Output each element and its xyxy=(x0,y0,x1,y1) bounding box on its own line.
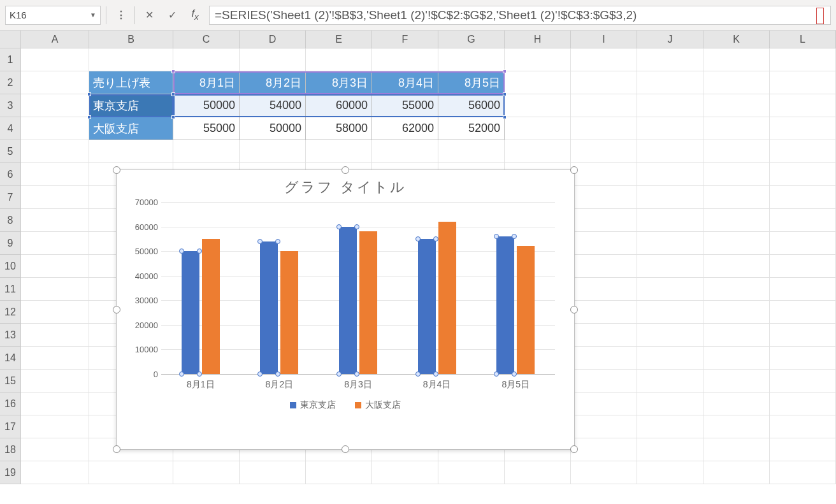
cell-C19[interactable] xyxy=(173,461,240,484)
cell-J5[interactable] xyxy=(637,140,703,163)
col-header-D[interactable]: D xyxy=(240,31,306,48)
cell-L12[interactable] xyxy=(770,301,836,324)
dropdown-icon[interactable]: ▼ xyxy=(90,11,96,18)
chart-title[interactable]: グラフ タイトル xyxy=(117,170,574,202)
bar-group[interactable] xyxy=(182,239,220,374)
chart-resize-handle[interactable] xyxy=(342,166,349,174)
chart-resize-handle[interactable] xyxy=(113,306,120,313)
fx-icon[interactable]: fx xyxy=(186,6,204,24)
cell-H5[interactable] xyxy=(505,140,571,163)
name-box[interactable]: K16 ▼ xyxy=(5,6,101,25)
cell-C2[interactable]: 8月1日 xyxy=(173,71,240,94)
row-header-13[interactable]: 13 xyxy=(0,324,21,347)
row-header-3[interactable]: 3 xyxy=(0,94,21,117)
row-header-18[interactable]: 18 xyxy=(0,438,21,461)
cell-A1[interactable] xyxy=(21,48,89,71)
cell-B5[interactable] xyxy=(89,140,173,163)
cell-A19[interactable] xyxy=(21,461,89,484)
cell-L17[interactable] xyxy=(770,415,836,438)
col-header-I[interactable]: I xyxy=(571,31,637,48)
chart-resize-handle[interactable] xyxy=(113,166,120,174)
col-header-G[interactable]: G xyxy=(438,31,505,48)
selection-handle[interactable] xyxy=(87,92,91,96)
cell-E5[interactable] xyxy=(306,140,372,163)
cell-A17[interactable] xyxy=(21,415,89,438)
chart-resize-handle[interactable] xyxy=(342,445,349,453)
cell-I1[interactable] xyxy=(571,48,637,71)
legend-item[interactable]: 東京支店 xyxy=(290,400,336,411)
cell-K6[interactable] xyxy=(703,163,770,186)
col-header-H[interactable]: H xyxy=(505,31,571,48)
cell-D1[interactable] xyxy=(240,48,306,71)
cell-I3[interactable] xyxy=(571,94,637,117)
cell-A5[interactable] xyxy=(21,140,89,163)
bar-東京支店[interactable] xyxy=(182,251,199,374)
cell-C5[interactable] xyxy=(173,140,240,163)
selection-handle[interactable] xyxy=(171,115,175,119)
cell-I7[interactable] xyxy=(571,186,637,209)
col-header-L[interactable]: L xyxy=(770,31,836,48)
row-header-19[interactable]: 19 xyxy=(0,461,21,484)
col-header-E[interactable]: E xyxy=(306,31,372,48)
cell-K3[interactable] xyxy=(703,94,770,117)
cell-J1[interactable] xyxy=(637,48,703,71)
confirm-icon[interactable]: ✓ xyxy=(163,6,181,24)
cell-F2[interactable]: 8月4日 xyxy=(372,71,438,94)
cell-I4[interactable] xyxy=(571,117,637,140)
row-header-9[interactable]: 9 xyxy=(0,232,21,255)
cell-G2[interactable]: 8月5日 xyxy=(438,71,505,94)
cell-L4[interactable] xyxy=(770,117,836,140)
cell-L15[interactable] xyxy=(770,370,836,392)
col-header-K[interactable]: K xyxy=(703,31,770,48)
cell-I10[interactable] xyxy=(571,255,637,278)
cell-I6[interactable] xyxy=(571,163,637,186)
cell-B1[interactable] xyxy=(89,48,173,71)
cell-J16[interactable] xyxy=(637,392,703,415)
cell-B3[interactable]: 東京支店 xyxy=(89,94,173,117)
cell-J7[interactable] xyxy=(637,186,703,209)
cell-A6[interactable] xyxy=(21,163,89,186)
cell-F1[interactable] xyxy=(372,48,438,71)
cell-L5[interactable] xyxy=(770,140,836,163)
cell-A16[interactable] xyxy=(21,392,89,415)
cell-I13[interactable] xyxy=(571,324,637,347)
chart-object[interactable]: グラフ タイトル01000020000300004000050000600007… xyxy=(116,169,575,450)
row-header-6[interactable]: 6 xyxy=(0,163,21,186)
cell-B4[interactable]: 大阪支店 xyxy=(89,117,173,140)
cell-H1[interactable] xyxy=(505,48,571,71)
cell-C1[interactable] xyxy=(173,48,240,71)
row-header-5[interactable]: 5 xyxy=(0,140,21,163)
cell-L2[interactable] xyxy=(770,71,836,94)
cell-F3[interactable]: 55000 xyxy=(372,94,438,117)
bar-大阪支店[interactable] xyxy=(517,246,535,374)
cell-C4[interactable]: 55000 xyxy=(173,117,240,140)
cancel-icon[interactable]: ✕ xyxy=(140,6,158,24)
cell-L13[interactable] xyxy=(770,324,836,347)
cell-K2[interactable] xyxy=(703,71,770,94)
cell-I19[interactable] xyxy=(571,461,637,484)
cell-J13[interactable] xyxy=(637,324,703,347)
cell-K18[interactable] xyxy=(703,438,770,461)
selection-handle[interactable] xyxy=(503,92,507,96)
cell-K15[interactable] xyxy=(703,370,770,392)
cell-D19[interactable] xyxy=(240,461,306,484)
row-header-16[interactable]: 16 xyxy=(0,392,21,415)
cell-I17[interactable] xyxy=(571,415,637,438)
cell-C3[interactable]: 50000 xyxy=(173,94,240,117)
cell-H19[interactable] xyxy=(505,461,571,484)
cell-G19[interactable] xyxy=(438,461,505,484)
cell-J6[interactable] xyxy=(637,163,703,186)
cell-B19[interactable] xyxy=(89,461,173,484)
cell-K11[interactable] xyxy=(703,278,770,301)
cell-F5[interactable] xyxy=(372,140,438,163)
col-header-F[interactable]: F xyxy=(372,31,438,48)
chart-resize-handle[interactable] xyxy=(570,166,578,174)
cell-L16[interactable] xyxy=(770,392,836,415)
bar-大阪支店[interactable] xyxy=(359,231,377,374)
row-header-12[interactable]: 12 xyxy=(0,301,21,324)
row-header-2[interactable]: 2 xyxy=(0,71,21,94)
cell-I5[interactable] xyxy=(571,140,637,163)
cell-I14[interactable] xyxy=(571,347,637,370)
bar-大阪支店[interactable] xyxy=(280,251,298,374)
cell-G4[interactable]: 52000 xyxy=(438,117,505,140)
